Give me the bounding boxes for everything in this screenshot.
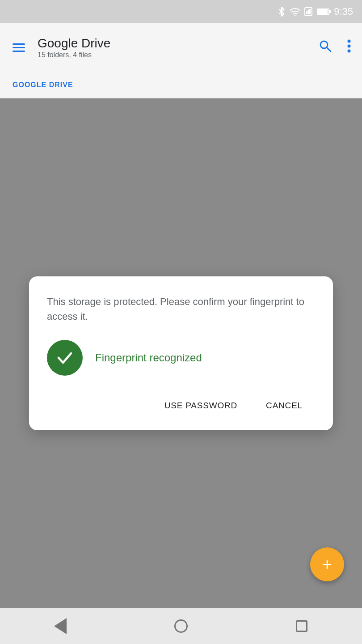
dialog-actions: USE PASSWORD CANCEL <box>47 394 315 418</box>
dialog-message: This storage is protected. Please confir… <box>47 294 315 324</box>
recents-button[interactable] <box>288 613 315 640</box>
cancel-button[interactable]: CANCEL <box>253 394 315 418</box>
svg-rect-4 <box>308 10 309 14</box>
fingerprint-dialog: This storage is protected. Please confir… <box>29 276 333 430</box>
app-subtitle: 15 folders, 4 files <box>38 51 307 59</box>
svg-line-6 <box>327 47 331 51</box>
battery-icon <box>317 8 329 15</box>
status-time: 9:35 <box>334 6 353 17</box>
main-content: This storage is protected. Please confir… <box>0 98 362 608</box>
fingerprint-checkmark-icon <box>47 340 83 376</box>
fingerprint-status-text: Fingerprint recognized <box>95 352 202 364</box>
hamburger-menu-button[interactable] <box>9 40 29 55</box>
svg-point-0 <box>295 15 296 16</box>
status-bar: 9:35 <box>0 0 362 23</box>
dialog-overlay: This storage is protected. Please confir… <box>0 98 362 608</box>
sim-icon <box>304 7 312 16</box>
svg-point-7 <box>348 39 351 42</box>
app-title: Google Drive <box>38 36 307 51</box>
app-title-block: Google Drive 15 folders, 4 files <box>38 36 307 59</box>
back-button[interactable] <box>47 613 74 640</box>
breadcrumb-bar: GOOGLE DRIVE <box>0 72 362 98</box>
recents-icon <box>296 620 307 632</box>
svg-point-8 <box>348 44 351 47</box>
search-button[interactable] <box>316 37 334 58</box>
svg-rect-3 <box>309 9 311 14</box>
add-fab-button[interactable]: + <box>310 547 344 581</box>
bluetooth-icon <box>278 7 286 17</box>
nav-bar <box>0 608 362 644</box>
svg-point-9 <box>348 49 351 52</box>
svg-rect-2 <box>306 11 307 14</box>
back-icon <box>54 618 67 634</box>
wifi-icon <box>290 8 300 16</box>
home-button[interactable] <box>168 613 194 640</box>
more-options-button[interactable] <box>345 37 353 58</box>
fingerprint-row: Fingerprint recognized <box>47 340 315 376</box>
add-icon: + <box>322 556 332 573</box>
toolbar-icons <box>316 37 353 58</box>
home-icon <box>174 619 188 633</box>
use-password-button[interactable]: USE PASSWORD <box>152 394 250 418</box>
breadcrumb: GOOGLE DRIVE <box>13 81 73 89</box>
status-icons: 9:35 <box>278 6 353 17</box>
app-bar: Google Drive 15 folders, 4 files <box>0 23 362 72</box>
